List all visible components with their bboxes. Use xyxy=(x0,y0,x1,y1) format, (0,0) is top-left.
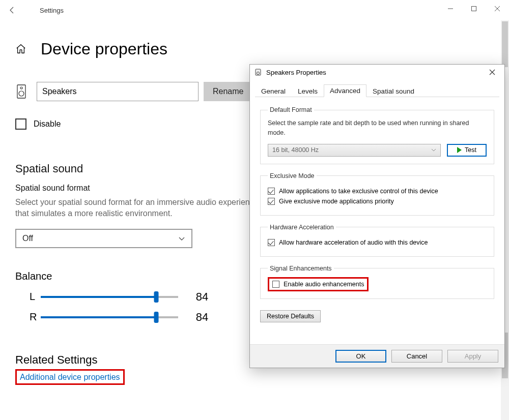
balance-right-value: 84 xyxy=(189,311,215,324)
maximize-button[interactable] xyxy=(462,0,486,17)
ok-button[interactable]: OK xyxy=(335,350,386,363)
dialog-title: Speakers Properties xyxy=(266,69,326,76)
chevron-down-icon xyxy=(178,235,185,242)
balance-right-label: R xyxy=(15,311,33,323)
svg-point-3 xyxy=(20,87,22,89)
spatial-sound-hint: Select your spatial sound format for an … xyxy=(15,197,260,220)
signal-enhancements-group: Signal Enhancements Enable audio enhance… xyxy=(260,265,494,299)
exclusive-mode-legend: Exclusive Mode xyxy=(268,172,317,179)
test-button[interactable]: Test xyxy=(447,144,487,157)
slider-thumb[interactable] xyxy=(154,312,158,323)
window-title: Settings xyxy=(40,7,64,14)
spatial-sound-value: Off xyxy=(22,234,33,243)
balance-left-slider[interactable] xyxy=(41,296,178,298)
spatial-sound-select[interactable]: Off xyxy=(15,229,192,248)
rename-button[interactable]: Rename xyxy=(204,82,252,101)
page-header: Device properties xyxy=(15,40,509,58)
svg-point-4 xyxy=(19,91,24,96)
tab-levels[interactable]: Levels xyxy=(292,85,324,97)
enable-audio-enhancements-checkbox[interactable] xyxy=(272,281,279,288)
svg-rect-1 xyxy=(472,7,476,11)
default-format-group: Default Format Select the sample rate an… xyxy=(260,106,494,164)
hardware-acceleration-legend: Hardware Acceleration xyxy=(268,224,336,231)
play-icon xyxy=(457,147,462,153)
additional-device-properties-link[interactable]: Additional device properties xyxy=(20,373,120,382)
test-label: Test xyxy=(465,146,476,154)
signal-enhancements-legend: Signal Enhancements xyxy=(268,265,334,272)
exclusive-control-label: Allow applications to take exclusive con… xyxy=(279,188,438,195)
highlight-enable-enhancements: Enable audio enhancements xyxy=(268,277,369,291)
chevron-down-icon xyxy=(431,147,436,153)
cancel-button[interactable]: Cancel xyxy=(391,350,442,363)
titlebar: Settings xyxy=(0,0,509,20)
page-title: Device properties xyxy=(41,40,167,58)
dialog-footer: OK Cancel Apply xyxy=(250,344,504,368)
apply-button[interactable]: Apply xyxy=(447,350,498,363)
hardware-acceleration-group: Hardware Acceleration Allow hardware acc… xyxy=(260,224,494,257)
balance-left-label: L xyxy=(15,291,33,303)
sample-rate-value: 16 bit, 48000 Hz xyxy=(272,146,319,154)
disable-checkbox[interactable] xyxy=(15,118,26,130)
exclusive-control-checkbox[interactable] xyxy=(268,188,275,195)
tab-advanced[interactable]: Advanced xyxy=(324,84,366,97)
home-icon[interactable] xyxy=(15,43,27,55)
balance-right-slider[interactable] xyxy=(41,316,178,318)
dialog-titlebar: Speakers Properties xyxy=(250,65,504,80)
speaker-icon xyxy=(254,68,262,76)
default-format-desc: Select the sample rate and bit depth to … xyxy=(268,118,487,138)
disable-label: Disable xyxy=(34,119,61,129)
tab-general[interactable]: General xyxy=(255,85,292,97)
minimize-button[interactable] xyxy=(439,0,462,17)
exclusive-mode-group: Exclusive Mode Allow applications to tak… xyxy=(260,172,494,216)
hardware-acceleration-checkbox[interactable] xyxy=(268,239,275,246)
balance-left-value: 84 xyxy=(189,290,215,304)
dialog-body: Default Format Select the sample rate an… xyxy=(250,97,504,322)
device-name-input[interactable] xyxy=(37,82,199,101)
enable-audio-enhancements-label: Enable audio enhancements xyxy=(284,281,364,288)
dialog-close-button[interactable] xyxy=(482,66,502,79)
exclusive-priority-label: Give exclusive mode applications priorit… xyxy=(279,198,394,205)
dialog-tabs: General Levels Advanced Spatial sound xyxy=(255,84,499,97)
default-format-legend: Default Format xyxy=(268,106,314,113)
slider-thumb[interactable] xyxy=(154,291,158,303)
highlight-link: Additional device properties xyxy=(15,369,125,385)
speakers-properties-dialog: Speakers Properties General Levels Advan… xyxy=(249,64,505,368)
sample-rate-select[interactable]: 16 bit, 48000 Hz xyxy=(268,144,441,157)
restore-defaults-button[interactable]: Restore Defaults xyxy=(260,310,321,322)
exclusive-priority-checkbox[interactable] xyxy=(268,198,275,205)
tab-spatial-sound[interactable]: Spatial sound xyxy=(366,85,420,97)
speaker-icon xyxy=(15,84,27,99)
settings-window: Settings Device properties Rename Disabl… xyxy=(0,0,509,420)
window-controls xyxy=(439,0,509,17)
back-button[interactable] xyxy=(4,2,20,18)
scrollbar-thumb[interactable] xyxy=(502,21,508,67)
close-button[interactable] xyxy=(486,0,509,17)
hardware-acceleration-label: Allow hardware acceleration of audio wit… xyxy=(279,239,428,246)
